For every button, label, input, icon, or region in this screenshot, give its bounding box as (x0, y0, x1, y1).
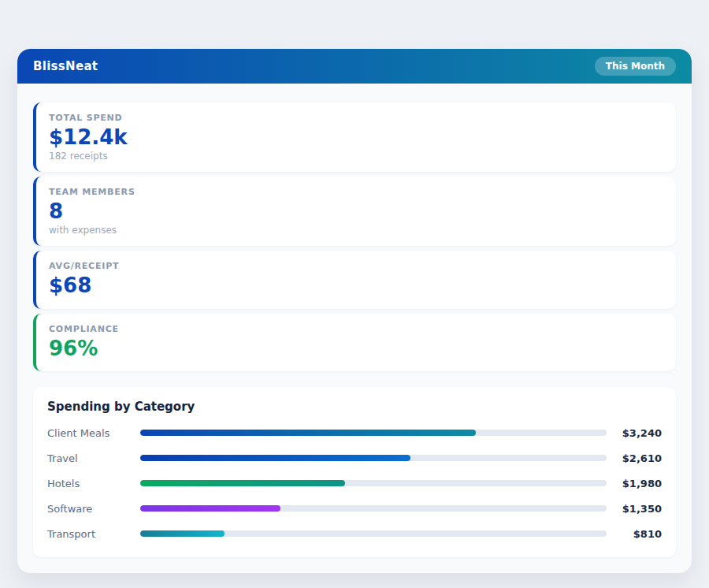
bar-track (140, 505, 607, 512)
chart-row-transport: Transport $810 (47, 528, 662, 540)
stat-label: TEAM MEMBERS (49, 187, 663, 197)
category-value: $810 (613, 528, 662, 540)
category-value: $2,610 (613, 452, 662, 464)
category-value: $1,350 (613, 503, 662, 515)
bar-fill (140, 505, 280, 512)
bar-track (140, 430, 607, 436)
bar-track (140, 480, 607, 486)
bar-track (140, 455, 607, 461)
category-label: Hotels (47, 478, 140, 489)
stat-value: $68 (49, 274, 663, 298)
bar-fill (140, 530, 225, 537)
chart-title: Spending by Category (47, 400, 662, 414)
stat-value: 8 (49, 199, 663, 224)
bar-track (140, 530, 607, 537)
dashboard-container: BlissNeat This Month TOTAL SPEND $12.4k … (17, 49, 692, 573)
chart-row-client-meals: Client Meals $3,240 (47, 427, 662, 439)
stat-card-total-spend: TOTAL SPEND $12.4k 182 receipts (33, 102, 676, 172)
stat-subtext: 182 receipts (49, 151, 663, 162)
app-title: BlissNeat (33, 59, 98, 73)
category-label: Software (47, 503, 140, 515)
spending-by-category-chart: Spending by Category Client Meals $3,240… (33, 387, 676, 557)
category-label: Client Meals (47, 427, 140, 439)
stat-card-team-members: TEAM MEMBERS 8 with expenses (33, 177, 676, 246)
category-value: $1,980 (613, 478, 662, 489)
chart-row-hotels: Hotels $1,980 (47, 478, 662, 489)
stat-value: $12.4k (49, 125, 663, 150)
chart-row-travel: Travel $2,610 (47, 452, 662, 464)
bar-fill (140, 480, 345, 486)
stat-subtext: with expenses (49, 225, 663, 236)
stat-label: AVG/RECEIPT (49, 261, 663, 271)
stat-label: TOTAL SPEND (49, 113, 663, 123)
stat-label: COMPLIANCE (49, 324, 663, 334)
app-header: BlissNeat This Month (17, 49, 692, 84)
stat-card-compliance: COMPLIANCE 96% (33, 314, 676, 371)
category-label: Transport (47, 528, 140, 540)
dashboard-content: TOTAL SPEND $12.4k 182 receipts TEAM MEM… (17, 84, 692, 573)
period-badge[interactable]: This Month (595, 57, 676, 76)
stat-card-avg-receipt: AVG/RECEIPT $68 (33, 251, 676, 308)
bar-fill (140, 455, 410, 461)
chart-rows: Client Meals $3,240 Travel $2,610 Hotels (47, 427, 662, 540)
chart-row-software: Software $1,350 (47, 503, 662, 515)
category-value: $3,240 (613, 427, 662, 439)
bar-fill (140, 430, 476, 436)
category-label: Travel (47, 452, 140, 464)
stat-value: 96% (49, 337, 663, 361)
